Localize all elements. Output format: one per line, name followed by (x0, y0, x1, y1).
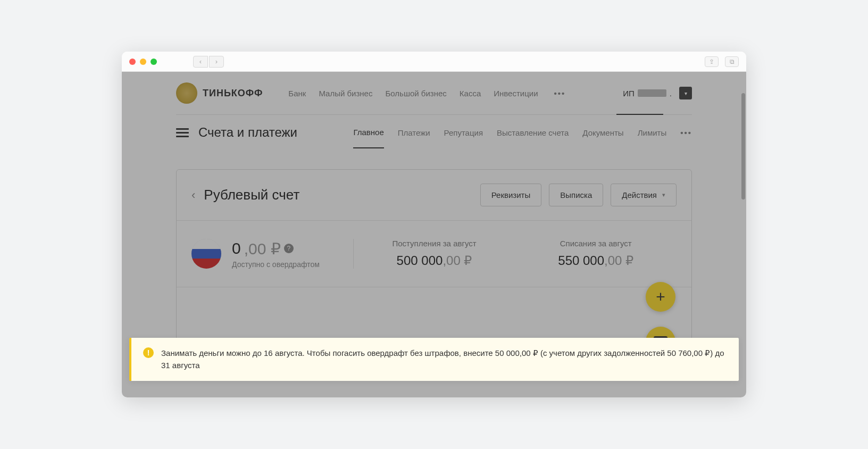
topnav-item[interactable]: Малый бизнес (319, 89, 372, 98)
scrollbar[interactable] (741, 93, 745, 199)
balance-subtitle: Доступно с овердрафтом (232, 260, 320, 269)
subnav-more-icon[interactable]: ••• (680, 128, 692, 137)
stat-outgoing: Списания за август 550 000,00 ₽ (515, 239, 677, 269)
section-title: Счета и платежи (198, 125, 297, 140)
user-active-indicator (616, 114, 663, 115)
requisites-button[interactable]: Реквизиты (480, 184, 542, 206)
tab-limits[interactable]: Лимиты (638, 118, 667, 148)
app-viewport: ТИНЬКОФФ Банк Малый бизнес Большой бизне… (122, 72, 746, 397)
add-fab[interactable]: + (646, 282, 675, 312)
maximize-icon[interactable] (151, 59, 157, 65)
topnav-item[interactable]: Инвестиции (494, 89, 538, 98)
brand-name: ТИНЬКОФФ (203, 88, 263, 99)
browser-window: ‹ › ⇪ ⧉ ТИНЬКОФФ Банк Малый бизнес Больш… (122, 52, 746, 397)
share-icon[interactable]: ⇪ (705, 56, 719, 67)
sub-nav: Главное Платежи Репутация Выставление сч… (353, 117, 692, 148)
actions-label: Действия (622, 190, 657, 199)
user-name-redacted (638, 89, 666, 97)
help-icon[interactable]: ? (284, 244, 294, 253)
chevron-down-icon: ▾ (662, 192, 665, 198)
tab-documents[interactable]: Документы (582, 118, 623, 148)
menu-icon[interactable] (176, 128, 189, 137)
user-suffix: . (670, 89, 672, 98)
top-nav: Банк Малый бизнес Большой бизнес Касса И… (288, 89, 565, 98)
brand-logo[interactable]: ТИНЬКОФФ (176, 82, 263, 104)
tab-reputation[interactable]: Репутация (444, 118, 483, 148)
account-card: ‹ Рублевый счет Реквизиты Выписка Действ… (176, 169, 692, 352)
tab-invoice[interactable]: Выставление счета (497, 118, 569, 148)
balance-row: 0,00 ₽ ? Доступно с овердрафтом Поступле… (177, 221, 691, 287)
minimize-icon[interactable] (140, 59, 146, 65)
stat-label: Поступления за август (354, 239, 515, 248)
topnav-item[interactable]: Большой бизнес (385, 89, 446, 98)
close-icon[interactable] (129, 59, 136, 65)
titlebar: ‹ › ⇪ ⧉ (122, 52, 746, 72)
alert-text: Занимать деньги можно до 16 августа. Что… (161, 347, 727, 371)
tab-main[interactable]: Главное (353, 117, 383, 148)
top-bar: ТИНЬКОФФ Банк Малый бизнес Большой бизне… (176, 72, 692, 114)
nav-buttons: ‹ › (193, 56, 224, 68)
back-button[interactable]: ‹ (193, 56, 208, 68)
account-title: Рублевый счет (204, 187, 299, 203)
chevron-down-icon[interactable]: ▾ (679, 87, 692, 99)
tabs-icon[interactable]: ⧉ (725, 56, 739, 67)
warning-icon: ! (143, 347, 154, 358)
forward-button[interactable]: › (209, 56, 224, 68)
window-controls (129, 59, 157, 65)
balance-amount: 0,00 ₽ ? (232, 239, 320, 258)
stat-incoming: Поступления за август 500 000,00 ₽ (354, 239, 515, 269)
topnav-item[interactable]: Касса (460, 89, 481, 98)
topnav-item[interactable]: Банк (288, 89, 306, 98)
back-icon[interactable]: ‹ (191, 188, 195, 202)
tab-payments[interactable]: Платежи (398, 118, 430, 148)
account-header: ‹ Рублевый счет Реквизиты Выписка Действ… (177, 170, 691, 221)
actions-dropdown[interactable]: Действия ▾ (611, 184, 677, 206)
flag-russia-icon (191, 239, 221, 269)
topnav-more-icon[interactable]: ••• (554, 89, 566, 98)
overdraft-alert: ! Занимать деньги можно до 16 августа. Ч… (129, 338, 739, 381)
sub-bar: Счета и платежи Главное Платежи Репутаци… (176, 115, 692, 150)
user-prefix: ИП (623, 89, 635, 98)
statement-button[interactable]: Выписка (549, 184, 603, 206)
shield-icon (176, 82, 197, 104)
stat-label: Списания за август (515, 239, 677, 248)
user-menu[interactable]: ИП . ▾ (623, 87, 692, 99)
